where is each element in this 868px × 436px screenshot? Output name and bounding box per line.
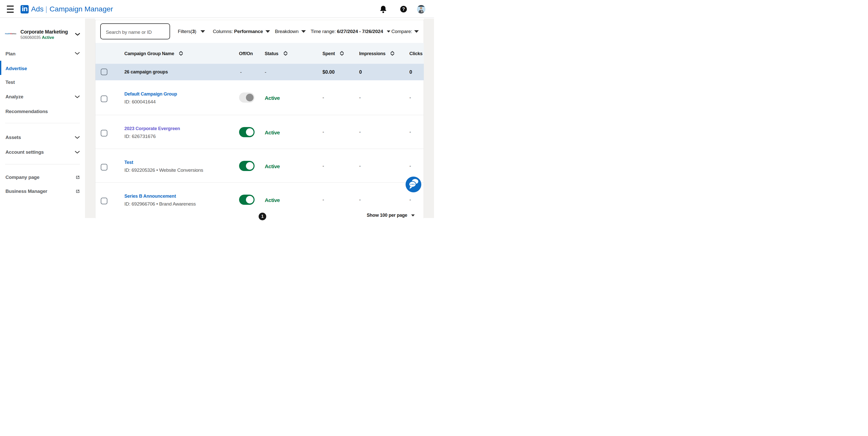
svg-text:?: ? — [402, 7, 405, 12]
